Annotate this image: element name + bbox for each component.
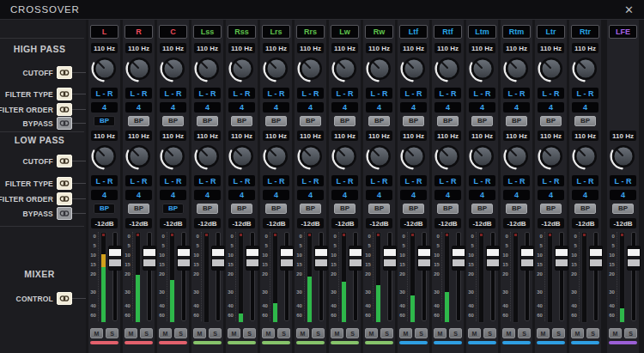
hp-bypass-button[interactable]: BP <box>368 116 390 126</box>
hp-cutoff-value[interactable]: 110 Hz <box>400 43 427 53</box>
lp-bypass-button[interactable]: BP <box>231 204 252 214</box>
lp-bypass-button[interactable]: BP <box>300 204 321 214</box>
channel-name-button[interactable]: Rrs <box>296 25 325 39</box>
hp-cutoff-value[interactable]: 110 Hz <box>572 43 598 53</box>
lp-cutoff-knob[interactable] <box>571 141 600 172</box>
lp-cutoff-value[interactable]: 110 Hz <box>400 131 427 141</box>
hp-filter-type[interactable]: L - R <box>400 88 427 99</box>
hp-filter-type[interactable]: L - R <box>194 88 221 99</box>
hp-cutoff-knob[interactable] <box>399 53 428 84</box>
lp-cutoff-value[interactable]: 110 Hz <box>228 131 255 141</box>
lp-bypass-button[interactable]: BP <box>403 204 424 214</box>
mute-button[interactable]: M <box>571 328 584 338</box>
fader-track[interactable] <box>520 232 532 321</box>
hp-bypass-button[interactable]: BP <box>471 116 493 126</box>
mute-button[interactable]: M <box>262 328 275 338</box>
hp-cutoff-value[interactable]: 110 Hz <box>160 43 186 53</box>
hp-filter-type[interactable]: L - R <box>125 88 152 99</box>
lp-filter-type[interactable]: L - R <box>194 175 221 186</box>
lp-filter-type[interactable]: L - R <box>469 175 495 186</box>
fader-track[interactable] <box>486 232 498 321</box>
hp-cutoff-value[interactable]: 110 Hz <box>125 43 152 53</box>
fader-handle[interactable] <box>452 246 465 271</box>
hp-filter-type[interactable]: L - R <box>366 88 392 99</box>
hp-filter-type[interactable]: L - R <box>91 88 118 99</box>
hp-cutoff-knob[interactable] <box>125 53 154 84</box>
hp-cutoff-knob[interactable] <box>159 53 188 84</box>
lp-filter-order[interactable]: 4 <box>538 190 564 200</box>
lp-cutoff-value[interactable]: 110 Hz <box>469 131 495 141</box>
solo-button[interactable]: S <box>552 328 565 338</box>
mute-button[interactable]: M <box>609 328 622 338</box>
channel-name-button[interactable]: Lw <box>331 25 359 39</box>
solo-button[interactable]: S <box>140 328 153 338</box>
hp-bypass-button[interactable]: BP <box>574 116 596 126</box>
fader-handle[interactable] <box>486 246 500 271</box>
hp-cutoff-value[interactable]: 110 Hz <box>228 43 255 53</box>
lp-filter-order[interactable]: 4 <box>125 190 152 200</box>
fader-track[interactable] <box>589 232 601 321</box>
fader-track[interactable] <box>211 232 223 321</box>
solo-button[interactable]: S <box>483 328 496 338</box>
lp-bypass-button[interactable]: BP <box>265 204 287 214</box>
mute-button[interactable]: M <box>193 328 206 338</box>
lp-cutoff-value[interactable]: 110 Hz <box>297 131 324 141</box>
mute-button[interactable]: M <box>125 328 137 338</box>
lp-bypass-button[interactable]: BP <box>334 204 355 214</box>
channel-name-button[interactable]: L <box>90 25 118 39</box>
lp-cutoff-value[interactable]: 110 Hz <box>366 131 392 141</box>
hp-bypass-button[interactable]: BP <box>197 116 218 126</box>
lp-bypass-button[interactable]: BP <box>197 204 218 214</box>
hp-cutoff-knob[interactable] <box>262 53 291 84</box>
hp-cutoff-value[interactable]: 110 Hz <box>331 43 358 53</box>
hp-cutoff-knob[interactable] <box>468 53 497 84</box>
hp-cutoff-value[interactable]: 110 Hz <box>434 43 461 53</box>
solo-button[interactable]: S <box>174 328 187 338</box>
lp-cutoff-knob[interactable] <box>609 141 638 172</box>
link-icon[interactable] <box>57 155 72 167</box>
fader-handle[interactable] <box>349 246 362 271</box>
hp-bypass-button[interactable]: BP <box>403 116 424 126</box>
hp-bypass-button[interactable]: BP <box>540 116 562 126</box>
solo-button[interactable]: S <box>277 328 290 338</box>
fader-value[interactable]: -12dB <box>503 218 530 228</box>
hp-filter-order[interactable]: 4 <box>228 102 255 113</box>
mute-button[interactable]: M <box>399 328 412 338</box>
fader-value[interactable]: -12dB <box>572 218 598 228</box>
fader-value[interactable]: -12dB <box>125 218 152 228</box>
fader-value[interactable]: -12dB <box>469 218 495 228</box>
lp-cutoff-value[interactable]: 110 Hz <box>503 131 530 141</box>
hp-cutoff-value[interactable]: 110 Hz <box>503 43 530 53</box>
hp-filter-type[interactable]: L - R <box>331 88 358 99</box>
close-icon[interactable]: ✕ <box>624 4 634 15</box>
lp-cutoff-knob[interactable] <box>159 141 188 172</box>
fader-handle[interactable] <box>108 246 122 271</box>
link-icon[interactable] <box>57 66 72 79</box>
mute-button[interactable]: M <box>434 328 447 338</box>
lp-filter-type[interactable]: L - R <box>228 175 255 186</box>
solo-button[interactable]: S <box>346 328 359 338</box>
channel-name-button[interactable]: Rss <box>228 25 256 39</box>
lp-cutoff-knob[interactable] <box>296 141 325 172</box>
solo-button[interactable]: S <box>449 328 462 338</box>
hp-cutoff-knob[interactable] <box>331 53 360 84</box>
lp-filter-type[interactable]: L - R <box>297 175 324 186</box>
fader-handle[interactable] <box>211 246 225 271</box>
mute-button[interactable]: M <box>365 328 378 338</box>
lp-filter-type[interactable]: L - R <box>91 175 118 186</box>
lp-cutoff-value[interactable]: 110 Hz <box>434 131 461 141</box>
solo-button[interactable]: S <box>415 328 428 338</box>
hp-filter-type[interactable]: L - R <box>160 88 186 99</box>
hp-cutoff-value[interactable]: 110 Hz <box>297 43 324 53</box>
channel-name-button[interactable]: Ltf <box>399 25 428 39</box>
fader-value[interactable]: -12dB <box>263 218 289 228</box>
channel-name-button[interactable]: Rtr <box>571 25 599 39</box>
hp-cutoff-knob[interactable] <box>228 53 257 84</box>
lp-cutoff-value[interactable]: 110 Hz <box>331 131 358 141</box>
hp-filter-type[interactable]: L - R <box>228 88 255 99</box>
fader-track[interactable] <box>349 232 361 321</box>
fader-value[interactable]: -12dB <box>538 218 564 228</box>
channel-name-button[interactable]: R <box>125 25 153 39</box>
lp-cutoff-value[interactable]: 110 Hz <box>91 131 118 141</box>
hp-filter-type[interactable]: L - R <box>263 88 289 99</box>
